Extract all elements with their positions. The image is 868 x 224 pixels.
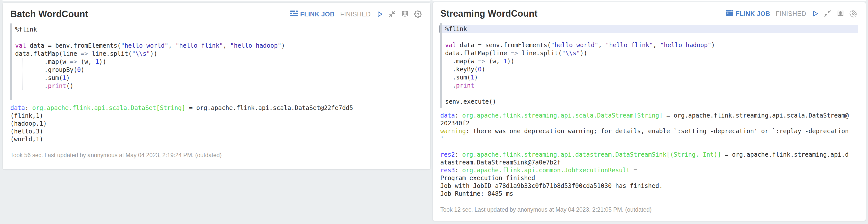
gear-icon	[414, 10, 422, 18]
run-button[interactable]	[376, 10, 383, 18]
text-cursor	[439, 26, 439, 33]
paragraph-output: data: org.apache.flink.streaming.api.sca…	[440, 112, 860, 198]
status-badge: FINISHED	[340, 10, 371, 18]
previous-paragraph-edge	[433, 0, 866, 1]
paragraph-footer: Took 56 sec. Last updated by anonymous a…	[10, 152, 423, 159]
previous-paragraph-edge	[2, 0, 431, 1]
book-icon	[401, 10, 409, 18]
paragraph-header: Streaming WordCount FLINK JOB FINISHED	[433, 2, 866, 21]
compress-icon	[824, 10, 831, 18]
flink-job-link[interactable]: FLINK JOB	[290, 10, 335, 18]
paragraph-controls: FLINK JOB FINISHED	[290, 10, 422, 18]
paragraph-streaming-wordcount: Streaming WordCount FLINK JOB FINISHED	[433, 2, 866, 221]
job-list-icon	[726, 9, 733, 18]
play-icon	[811, 10, 819, 18]
run-button[interactable]	[811, 10, 819, 18]
book-icon	[836, 10, 844, 18]
code-editor[interactable]: %flink val data = benv.fromElements("hel…	[10, 24, 423, 100]
paragraph-batch-wordcount: Batch WordCount FLINK JOB FINISHED	[2, 2, 431, 169]
collapse-button[interactable]	[388, 10, 396, 18]
show-report-button[interactable]	[401, 10, 409, 18]
code-editor[interactable]: %flink val data = senv.fromElements("hel…	[440, 23, 858, 108]
paragraph-title: Batch WordCount	[10, 9, 88, 20]
paragraph-title: Streaming WordCount	[440, 8, 537, 19]
paragraph-footer: Took 12 sec. Last updated by anonymous a…	[440, 206, 858, 213]
show-report-button[interactable]	[836, 10, 844, 18]
gear-icon	[849, 10, 857, 18]
job-list-icon	[290, 10, 298, 18]
flink-job-link[interactable]: FLINK JOB	[726, 9, 770, 18]
paragraph-controls: FLINK JOB FINISHED	[726, 9, 857, 18]
settings-button[interactable]	[849, 10, 857, 18]
compress-icon	[388, 10, 396, 18]
flink-job-label: FLINK JOB	[736, 10, 770, 18]
flink-job-label: FLINK JOB	[300, 10, 335, 18]
status-badge: FINISHED	[776, 10, 806, 18]
paragraph-output: data: org.apache.flink.api.scala.DataSet…	[10, 104, 424, 143]
play-icon	[376, 10, 383, 18]
paragraph-header: Batch WordCount FLINK JOB FINISHED	[3, 3, 430, 21]
settings-button[interactable]	[414, 10, 422, 18]
collapse-button[interactable]	[824, 10, 831, 18]
